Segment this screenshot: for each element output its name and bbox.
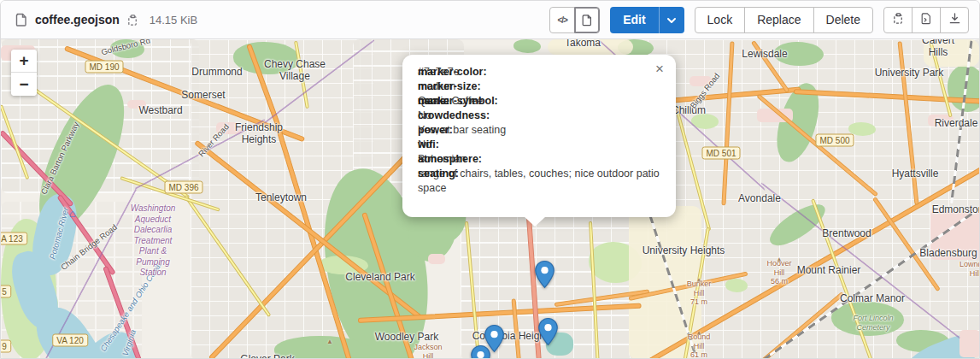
file-actions-group: Lock Replace Delete <box>695 7 873 33</box>
download-icon <box>948 12 961 27</box>
popup-field: marker-size: medium <box>418 79 660 94</box>
replace-button[interactable]: Replace <box>744 7 813 33</box>
code-icon: </> <box>557 15 566 25</box>
zoom-in-button[interactable]: + <box>11 50 37 73</box>
popup-field: wifi: No <box>418 138 660 152</box>
view-source-button[interactable]: </> <box>549 7 575 33</box>
zoom-out-button[interactable]: − <box>11 73 37 96</box>
copy-icon <box>892 12 905 27</box>
raw-file-icon <box>920 12 932 27</box>
file-name: coffee.geojson <box>35 13 120 26</box>
popup-field: crowdedness: No <box>418 109 660 123</box>
delete-button[interactable]: Delete <box>813 7 873 33</box>
popup-field: power: Yes, at bar seating <box>418 123 660 138</box>
edit-dropdown-button[interactable] <box>659 7 684 33</box>
view-rendered-button[interactable] <box>574 7 600 33</box>
popup-close-icon[interactable]: × <box>652 60 667 78</box>
viewer-toggle: </> <box>549 7 600 33</box>
map-zoom-control: + − <box>11 50 37 96</box>
popup-field: marker-color: #7e7e7e <box>418 65 660 79</box>
geojson-map[interactable]: ▲▲⌂ TakomaDrummondChevy Chase VillageSom… <box>1 39 979 358</box>
file-size: 14.15 KiB <box>150 14 197 26</box>
feature-popup: × marker-color: #7e7e7emarker-size: medi… <box>402 55 676 217</box>
popup-fields: marker-color: #7e7e7emarker-size: medium… <box>418 65 660 196</box>
popup-field: seating: range of chairs, tables, couche… <box>418 167 660 196</box>
open-raw-button[interactable] <box>912 7 941 33</box>
lock-button[interactable]: Lock <box>695 7 746 33</box>
download-button[interactable] <box>940 7 969 33</box>
popup-tail <box>524 216 546 227</box>
file-utility-group <box>883 7 969 33</box>
copy-contents-button[interactable] <box>883 7 913 33</box>
popup-field: atmosphere: Bohemian <box>418 152 660 167</box>
file-icon <box>15 13 28 26</box>
document-icon <box>581 14 593 26</box>
edit-split-button: Edit <box>610 7 684 33</box>
chevron-down-icon <box>666 14 677 26</box>
edit-button[interactable]: Edit <box>610 7 658 33</box>
copy-path-icon[interactable] <box>126 14 139 26</box>
file-viewer-card: coffee.geojson 14.15 KiB </> Edit <box>0 0 980 359</box>
file-header: coffee.geojson 14.15 KiB </> Edit <box>1 1 979 39</box>
